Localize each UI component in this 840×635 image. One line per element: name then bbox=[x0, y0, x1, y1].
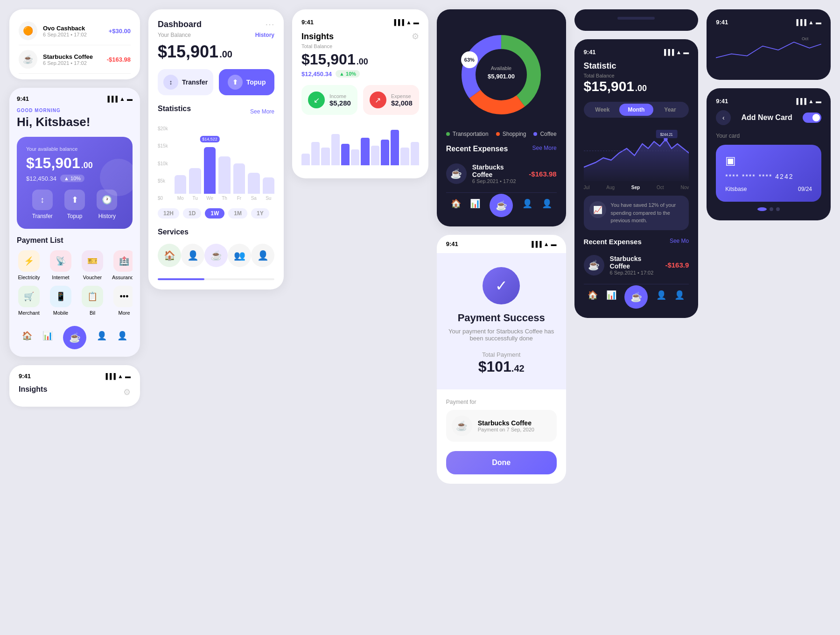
home-nav-icon[interactable]: 🏠 bbox=[22, 331, 32, 349]
service-icon[interactable]: 🏠 bbox=[158, 244, 181, 267]
insights-settings-icon[interactable]: ⚙ bbox=[412, 31, 419, 42]
chart-bar[interactable] bbox=[233, 163, 245, 194]
see-more-recent[interactable]: See More bbox=[532, 145, 557, 153]
bar-column: Mo bbox=[175, 175, 186, 201]
time-filter-btn[interactable]: 1D bbox=[183, 208, 201, 219]
transfer-action-btn[interactable]: ↕ Transfer bbox=[158, 69, 213, 95]
tx-info: Ovo Cashback 6 Sep.2021 • 17:02 bbox=[43, 25, 103, 37]
chart-bar[interactable] bbox=[248, 173, 259, 194]
insights-sub-row: $12,450.34 ▲ 10% bbox=[301, 70, 419, 78]
chart-bar[interactable] bbox=[189, 168, 201, 194]
signal-icon: ▐▐▐ bbox=[106, 96, 118, 102]
chart-bar[interactable] bbox=[263, 177, 274, 194]
mini-chart-bar bbox=[321, 148, 329, 165]
stat-time: 9:41 bbox=[584, 49, 596, 56]
payment-item[interactable]: 📡 Internet bbox=[49, 250, 73, 280]
week-tab[interactable]: Week bbox=[586, 104, 620, 116]
transfer-btn[interactable]: ↕ Transfer bbox=[32, 190, 53, 219]
donut-svg: Available $5,901.00 bbox=[455, 28, 548, 121]
done-button[interactable]: Done bbox=[446, 451, 557, 474]
chart-bar[interactable] bbox=[218, 156, 230, 194]
home-dark-icon[interactable]: 🏠 bbox=[451, 198, 461, 217]
greeting-label: GOOD MORNING bbox=[17, 108, 133, 113]
stat-profile-icon[interactable]: 👤 bbox=[674, 290, 685, 309]
savings-text: You have saved 12% of your spending comp… bbox=[611, 201, 684, 225]
column-5: 9:41 ▐▐▐ ▲ ▬ Statistic Total Balance $15… bbox=[574, 9, 699, 626]
mini-chart-bar bbox=[391, 130, 399, 165]
stat-home-icon[interactable]: 🏠 bbox=[588, 290, 598, 309]
chart-months: Jul Aug Sep Oct Nov bbox=[584, 185, 689, 190]
status-time: 9:41 bbox=[17, 95, 29, 102]
time-filter-btn[interactable]: 1M bbox=[228, 208, 247, 219]
stat-bottom-nav[interactable]: 🏠 📊 ☕ 👤 👤 bbox=[584, 284, 689, 309]
time-filter-btn[interactable]: 1W bbox=[205, 208, 224, 219]
history-link[interactable]: History bbox=[255, 32, 274, 38]
chart-nav-icon[interactable]: 📊 bbox=[42, 331, 53, 349]
ac-battery: ▬ bbox=[816, 98, 821, 105]
payment-item[interactable]: 📋 Bil bbox=[80, 286, 105, 316]
payment-item[interactable]: ••• More bbox=[112, 286, 133, 316]
s-signal: ▐▐▐ bbox=[662, 49, 674, 56]
bar-column: Fr bbox=[233, 163, 245, 201]
payment-icon: 📋 bbox=[82, 286, 103, 307]
dashboard-dots-icon[interactable]: ⋯ bbox=[265, 19, 274, 30]
insights-title-row: Insights ⚙ bbox=[301, 31, 419, 42]
service-icon[interactable]: 👤 bbox=[181, 244, 204, 267]
payment-item[interactable]: 🎫 Voucher bbox=[80, 250, 105, 280]
stat-user-icon[interactable]: 👤 bbox=[656, 290, 666, 309]
insights-status: 9:41 ▐▐▐ ▲ ▬ bbox=[19, 373, 131, 380]
profile-dark-icon[interactable]: 👤 bbox=[542, 198, 552, 217]
insights-gear-icon[interactable]: ⚙ bbox=[123, 387, 131, 397]
partial-chart-line bbox=[716, 42, 821, 57]
topup-btn[interactable]: ⬆ Topup bbox=[64, 190, 85, 219]
service-icon[interactable]: ☕ bbox=[204, 244, 228, 267]
see-more-stats[interactable]: See More bbox=[250, 108, 274, 115]
chart-y-labels: $20k $15k $10k $5k $0 bbox=[158, 126, 173, 201]
back-button[interactable]: ‹ bbox=[716, 110, 731, 125]
time-filter-btn[interactable]: 1Y bbox=[251, 208, 269, 219]
bar-column: Su bbox=[263, 177, 274, 201]
chart-dark-icon[interactable]: 📊 bbox=[470, 198, 480, 217]
time-filter-btn[interactable]: 12H bbox=[158, 208, 179, 219]
c6-wifi: ▲ bbox=[808, 19, 814, 26]
wallet-nav-icon[interactable]: 👤 bbox=[97, 331, 107, 349]
service-icon[interactable]: 👥 bbox=[228, 244, 251, 267]
payment-item[interactable]: 🏥 Assurance bbox=[112, 250, 133, 280]
dark-bottom-nav[interactable]: 🏠 📊 ☕ 👤 👤 bbox=[446, 192, 557, 217]
month-oct: Oct bbox=[657, 185, 664, 190]
payment-item[interactable]: ⚡ Electricity bbox=[17, 250, 41, 280]
line-chart-svg: $244.21 bbox=[584, 125, 689, 181]
year-tab[interactable]: Year bbox=[653, 104, 687, 116]
active-dark-nav[interactable]: ☕ bbox=[490, 194, 513, 217]
profile-nav-icon[interactable]: 👤 bbox=[117, 331, 127, 349]
column-4: Available $5,901.00 63% Transportation S… bbox=[437, 9, 566, 626]
ps-title: Payment Success bbox=[458, 312, 545, 324]
recent-title: Recent Expenses bbox=[446, 145, 508, 153]
col6-top-statusbar: 9:41 ▐▐▐ ▲ ▬ bbox=[716, 19, 821, 26]
topup-action-btn[interactable]: ⬆ Topup bbox=[219, 69, 274, 95]
service-icon[interactable]: 👤 bbox=[251, 244, 274, 267]
stat-active-nav[interactable]: ☕ bbox=[624, 285, 648, 309]
card-toggle[interactable] bbox=[803, 113, 821, 123]
payment-item[interactable]: 🛒 Merchant bbox=[17, 286, 41, 316]
ps-top-section: ✓ Payment Success Your payment for Starb… bbox=[437, 253, 566, 389]
see-more-stat[interactable]: See Mo bbox=[670, 238, 689, 246]
payment-item[interactable]: 📱 Mobile bbox=[49, 286, 73, 316]
card-number: **** **** **** 4242 bbox=[725, 173, 812, 180]
ps-merchant-name: Starbucks Coffee bbox=[478, 419, 534, 427]
transfer-btn-icon: ↕ bbox=[163, 75, 178, 90]
expense-item: ☕ Starbucks Coffee 6 Sep.2021 • 17:02 -$… bbox=[446, 159, 557, 189]
period-tabs: Week Month Year bbox=[584, 102, 689, 118]
bottom-nav[interactable]: 🏠 📊 ☕ 👤 👤 bbox=[17, 325, 133, 349]
active-nav-btn[interactable]: ☕ bbox=[63, 326, 86, 349]
greeting-name: Hi, Kitsbase! bbox=[17, 115, 133, 129]
ps-total-amount: $101 .42 bbox=[478, 358, 525, 375]
stat-chart-icon[interactable]: 📊 bbox=[606, 290, 616, 309]
tx-date: 6 Sep.2021 • 17:02 bbox=[43, 32, 103, 37]
user-dark-icon[interactable]: 👤 bbox=[522, 198, 532, 217]
mini-chart-bar bbox=[400, 148, 409, 165]
month-tab[interactable]: Month bbox=[619, 104, 653, 116]
donut-chart-card: Available $5,901.00 63% Transportation S… bbox=[437, 9, 566, 226]
chart-bar[interactable] bbox=[175, 175, 186, 194]
chart-bar[interactable]: $14,522 bbox=[204, 147, 216, 194]
